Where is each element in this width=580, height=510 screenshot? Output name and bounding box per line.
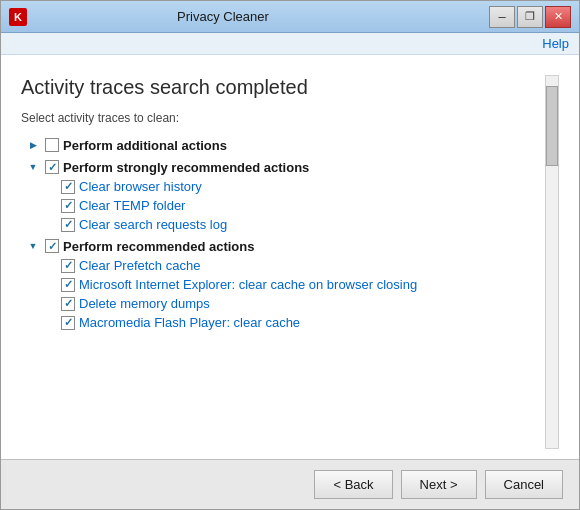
- restore-button[interactable]: ❐: [517, 6, 543, 28]
- back-button[interactable]: < Back: [314, 470, 392, 499]
- label-browser-history: Clear browser history: [79, 179, 202, 194]
- tree-row-recommended: Perform recommended actions: [25, 236, 537, 256]
- expander-additional[interactable]: [25, 137, 41, 153]
- tree: Perform additional actions Perform stron…: [25, 135, 537, 332]
- page-heading: Activity traces search completed: [21, 75, 537, 99]
- next-button[interactable]: Next >: [401, 470, 477, 499]
- label-ie-cache: Microsoft Internet Explorer: clear cache…: [79, 277, 417, 292]
- help-link[interactable]: Help: [542, 36, 569, 51]
- children-recommended: Clear Prefetch cache Microsoft Internet …: [61, 256, 537, 332]
- select-label: Select activity traces to clean:: [21, 111, 537, 125]
- close-button[interactable]: ✕: [545, 6, 571, 28]
- tree-row-additional: Perform additional actions: [25, 135, 537, 155]
- checkbox-additional[interactable]: [45, 138, 59, 152]
- label-recommended: Perform recommended actions: [63, 239, 254, 254]
- scrollbar-track: [545, 75, 559, 449]
- expander-recommended[interactable]: [25, 238, 41, 254]
- tree-row-temp-folder: Clear TEMP folder: [61, 196, 537, 215]
- minimize-button[interactable]: –: [489, 6, 515, 28]
- tree-row-browser-history: Clear browser history: [61, 177, 537, 196]
- checkbox-search-log[interactable]: [61, 218, 75, 232]
- label-strongly-recommended: Perform strongly recommended actions: [63, 160, 309, 175]
- footer: < Back Next > Cancel: [1, 459, 579, 509]
- tree-row-prefetch: Clear Prefetch cache: [61, 256, 537, 275]
- title-bar: K Privacy Cleaner – ❐ ✕: [1, 1, 579, 33]
- checkbox-recommended[interactable]: [45, 239, 59, 253]
- checkbox-prefetch[interactable]: [61, 259, 75, 273]
- tree-row-strongly-recommended: Perform strongly recommended actions: [25, 157, 537, 177]
- label-prefetch: Clear Prefetch cache: [79, 258, 200, 273]
- label-memory-dumps: Delete memory dumps: [79, 296, 210, 311]
- tree-row-flash-cache: Macromedia Flash Player: clear cache: [61, 313, 537, 332]
- label-search-log: Clear search requests log: [79, 217, 227, 232]
- help-bar: Help: [1, 33, 579, 55]
- checkbox-ie-cache[interactable]: [61, 278, 75, 292]
- tree-row-search-log: Clear search requests log: [61, 215, 537, 234]
- main-content: Activity traces search completed Select …: [1, 55, 579, 459]
- scroll-area[interactable]: Activity traces search completed Select …: [21, 75, 545, 449]
- expander-strongly-recommended[interactable]: [25, 159, 41, 175]
- label-flash-cache: Macromedia Flash Player: clear cache: [79, 315, 300, 330]
- checkbox-strongly-recommended[interactable]: [45, 160, 59, 174]
- tree-row-ie-cache: Microsoft Internet Explorer: clear cache…: [61, 275, 537, 294]
- tree-item-recommended: Perform recommended actions Clear Prefet…: [25, 236, 537, 332]
- content-area: Help Activity traces search completed Se…: [1, 33, 579, 509]
- scrollbar-thumb[interactable]: [546, 86, 558, 166]
- window-title: Privacy Cleaner: [27, 9, 419, 24]
- checkbox-browser-history[interactable]: [61, 180, 75, 194]
- cancel-button[interactable]: Cancel: [485, 470, 563, 499]
- label-additional: Perform additional actions: [63, 138, 227, 153]
- checkbox-flash-cache[interactable]: [61, 316, 75, 330]
- label-temp-folder: Clear TEMP folder: [79, 198, 185, 213]
- main-window: K Privacy Cleaner – ❐ ✕ Help Activity tr…: [0, 0, 580, 510]
- checkbox-memory-dumps[interactable]: [61, 297, 75, 311]
- app-icon: K: [9, 8, 27, 26]
- tree-item-additional: Perform additional actions: [25, 135, 537, 155]
- checkbox-temp-folder[interactable]: [61, 199, 75, 213]
- window-controls: – ❐ ✕: [489, 6, 571, 28]
- children-strongly-recommended: Clear browser history Clear TEMP folder …: [61, 177, 537, 234]
- tree-row-memory-dumps: Delete memory dumps: [61, 294, 537, 313]
- tree-item-strongly-recommended: Perform strongly recommended actions Cle…: [25, 157, 537, 234]
